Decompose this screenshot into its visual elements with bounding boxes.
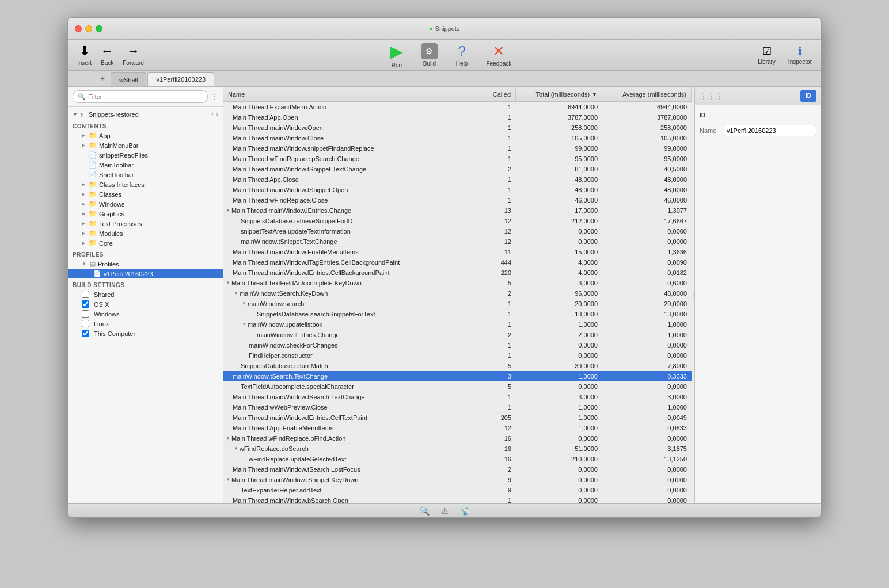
inspector-name-input[interactable] — [724, 125, 816, 136]
disclosure-arrow-icon[interactable]: ▼ — [226, 436, 230, 441]
sidebar-item-core[interactable]: ▶ 📁 Core — [68, 238, 223, 248]
table-row[interactable]: ▼Main Thread mainWindow.tSnippet.KeyDown… — [223, 475, 692, 485]
search-status-icon[interactable]: 🔍 — [420, 506, 430, 516]
sidebar-item-windows[interactable]: ▶ 📁 Windows — [68, 199, 223, 209]
table-row[interactable]: Main Thread mainWindow.tSearch.LostFocus… — [223, 464, 692, 475]
nav-prev-icon[interactable]: ‹ — [211, 110, 214, 119]
th-called[interactable]: Called — [458, 87, 516, 101]
table-row[interactable]: Main Thread mainWindow.Open1258,0000258,… — [223, 123, 692, 133]
table-row[interactable]: ▼mainWindow.search120,000020,0000 — [223, 299, 692, 309]
tab-v1perfil[interactable]: v1Perfil20160223 — [147, 72, 214, 86]
table-row[interactable]: Main Thread mainWindow.tSnippet.TextChan… — [223, 164, 692, 174]
table-row[interactable]: FindHelper.constructor10,00000,0000 — [223, 350, 692, 361]
maximize-button[interactable] — [96, 25, 102, 32]
th-average[interactable]: Average (milliseconds) — [602, 87, 692, 101]
inspector-id-tab[interactable]: ID — [800, 90, 816, 102]
disclosure-arrow-icon[interactable]: ▼ — [242, 301, 246, 306]
table-row[interactable]: Main Thread ExpandMenu.Action16944,00006… — [223, 102, 692, 112]
close-button[interactable] — [75, 25, 82, 32]
table-row[interactable]: mainWindow.tSnippet.TextChange120,00000,… — [223, 236, 692, 247]
table-row[interactable]: Main Thread mainWindow.bSearch.Open10,00… — [223, 495, 692, 503]
disclosure-arrow-icon[interactable]: ▼ — [226, 208, 230, 213]
filter-options-icon[interactable]: ⋮ — [210, 92, 218, 101]
sidebar-item-linux[interactable]: Linux — [68, 319, 223, 329]
windows-checkbox[interactable] — [82, 310, 89, 318]
run-button[interactable]: ▶ Run — [387, 41, 406, 70]
table-row[interactable]: Main Thread wWebPreview.Close11,00001,00… — [223, 402, 692, 413]
table-row[interactable]: Main Thread App.Close148,000048,0000 — [223, 174, 692, 185]
table-row[interactable]: Main Thread mainWindow.tSnippet.Open148,… — [223, 185, 692, 195]
sidebar-item-modules[interactable]: ▶ 📁 Modules — [68, 228, 223, 238]
feedback-button[interactable]: ✕ Feedback — [483, 42, 515, 68]
table-row[interactable]: ▼mainWindow.tSearch.KeyDown296,000048,00… — [223, 288, 692, 299]
th-name[interactable]: Name — [223, 87, 458, 101]
table-row[interactable]: Main Thread wFindReplace.Close146,000046… — [223, 195, 692, 205]
tab-wshell[interactable]: wShell — [111, 72, 146, 86]
disclosure-arrow-icon[interactable]: ▼ — [226, 477, 230, 482]
warning-status-icon[interactable]: ⚠ — [441, 506, 449, 516]
disclosure-arrow-icon[interactable]: ▼ — [234, 291, 238, 296]
sidebar-item-v1perfil[interactable]: ▶ 📄 v1Perfil20160223 — [68, 269, 223, 278]
table-row[interactable]: mainWindow.tSearch.TextChange31,00000,33… — [223, 371, 692, 381]
sidebar-item-osx[interactable]: OS X — [68, 299, 223, 309]
rss-status-icon[interactable]: 📡 — [460, 506, 470, 516]
table-row[interactable]: Main Thread mainWindow.snippetFindandRep… — [223, 143, 692, 154]
table-row[interactable]: ▼Main Thread mainWindow.lEntries.Change1… — [223, 205, 692, 216]
disclosure-arrow-icon[interactable]: ▼ — [234, 446, 238, 451]
sidebar-item-classinterfaces[interactable]: ▶ 📁 Class Interfaces — [68, 180, 223, 189]
table-row[interactable]: ▼wFindReplace.doSearch1651,00003,1875 — [223, 444, 692, 454]
forward-button[interactable]: → Forward — [119, 43, 147, 67]
table-row[interactable]: SnippetsDatabase.retrieveSnippetForID122… — [223, 216, 692, 226]
sidebar-item-shared[interactable]: Shared — [68, 289, 223, 299]
table-row[interactable]: Main Thread App.EnableMenuItems121,00000… — [223, 423, 692, 433]
table-row[interactable]: Main Thread App.Open13787,00003787,0000 — [223, 112, 692, 123]
sidebar-item-profiles[interactable]: ▼ ▤ Profiles — [68, 259, 223, 269]
sidebar-item-snippetreadfiles[interactable]: ▶ 📄 snippetReadFiles — [68, 150, 223, 160]
build-button[interactable]: ⚙ Build — [418, 42, 441, 68]
nav-next-icon[interactable]: › — [216, 110, 218, 119]
table-row[interactable]: mainWindow.checkForChanges10,00000,0000 — [223, 340, 692, 350]
sidebar-item-maintoolbar[interactable]: ▶ 📄 MainToolbar — [68, 160, 223, 170]
table-row[interactable]: Main Thread mainWindow.tSearch.TextChang… — [223, 392, 692, 402]
sidebar-root-item[interactable]: ▼ 🏷 Snippets-restored ‹ › — [68, 109, 223, 120]
sidebar-item-thiscomputer[interactable]: This Computer — [68, 329, 223, 338]
insert-button[interactable]: ⬇ Insert — [74, 43, 95, 67]
search-input[interactable] — [88, 93, 203, 100]
search-box[interactable]: 🔍 — [73, 90, 208, 103]
sidebar-item-shelltoolbar[interactable]: ▶ 📄 ShellToolbar — [68, 170, 223, 180]
osx-checkbox[interactable] — [82, 300, 89, 308]
sidebar-item-mainmenubar[interactable]: ▶ 📁 MainMenuBar — [68, 140, 223, 150]
table-row[interactable]: ▼Main Thread TextFieldAutocomplete.KeyDo… — [223, 278, 692, 288]
table-row[interactable]: Main Thread mainWindow.Close1105,0000105… — [223, 133, 692, 143]
table-row[interactable]: Main Thread mainWindow.lTagEntries.CellB… — [223, 257, 692, 268]
disclosure-arrow-icon[interactable]: ▼ — [226, 280, 230, 285]
disclosure-arrow-icon[interactable]: ▼ — [242, 322, 246, 327]
linux-checkbox[interactable] — [82, 320, 89, 327]
help-button[interactable]: ? Help — [453, 42, 472, 68]
back-button[interactable]: ← Back — [97, 43, 117, 67]
add-tab-button[interactable]: + — [97, 72, 108, 84]
th-total[interactable]: Total (milliseconds) ▼ — [516, 87, 602, 101]
table-row[interactable]: SnippetsDatabase.searchSnippetsForText11… — [223, 309, 692, 319]
sidebar-item-classes[interactable]: ▶ 📁 Classes — [68, 189, 223, 199]
table-row[interactable]: Main Thread wFindReplace.pSearch.Change1… — [223, 154, 692, 164]
sidebar-item-textprocesses[interactable]: ▶ 📁 Text Processes — [68, 219, 223, 228]
table-row[interactable]: ▼mainWindow.updatelistbox11,00001,0000 — [223, 319, 692, 330]
table-row[interactable]: Main Thread mainWindow.lEntries.CellBack… — [223, 268, 692, 278]
minimize-button[interactable] — [85, 25, 92, 32]
table-row[interactable]: Main Thread mainWindow.EnableMenuItems11… — [223, 247, 692, 257]
sidebar-item-graphics[interactable]: ▶ 📁 Graphics — [68, 209, 223, 219]
table-row[interactable]: wFindReplace.updateSelectedText16210,000… — [223, 454, 692, 464]
sidebar-item-windows[interactable]: Windows — [68, 309, 223, 319]
table-row[interactable]: TextExpanderHelper.addText90,00000,0000 — [223, 485, 692, 495]
table-row[interactable]: SnippetsDatabase.returnMatch539,00007,80… — [223, 361, 692, 371]
library-button[interactable]: ☑ Library — [754, 44, 779, 66]
inspector-button[interactable]: ℹ Inspector — [785, 44, 815, 66]
table-row[interactable]: ▼Main Thread wFindReplace.bFind.Action16… — [223, 433, 692, 444]
sidebar-item-app[interactable]: ▶ 📁 App — [68, 131, 223, 140]
table-row[interactable]: Main Thread mainWindow.lEntries.CellText… — [223, 413, 692, 423]
table-row[interactable]: mainWindow.lEntries.Change22,00001,0000 — [223, 330, 692, 340]
shared-checkbox[interactable] — [82, 291, 89, 298]
table-row[interactable]: snippetTextArea.updateTextInformation120… — [223, 226, 692, 236]
thiscomputer-checkbox[interactable] — [82, 330, 89, 337]
